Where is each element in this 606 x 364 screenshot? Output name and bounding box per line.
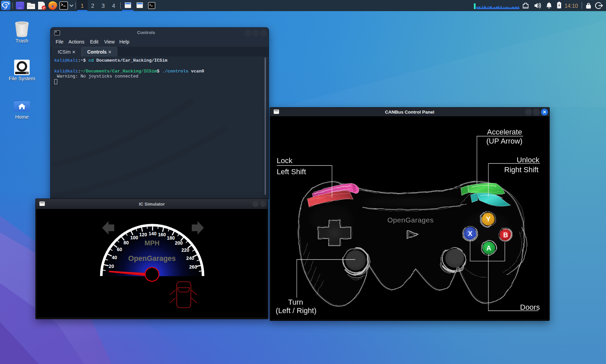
svg-text:Accelerate: Accelerate (487, 128, 522, 136)
svg-text:200: 200 (175, 240, 183, 246)
svg-text:OpenGarages: OpenGarages (387, 216, 433, 224)
svg-text:40: 40 (112, 255, 117, 260)
svg-text:Y: Y (486, 215, 491, 223)
svg-text:220: 220 (181, 247, 189, 253)
svg-text:OpenGarages: OpenGarages (128, 254, 176, 263)
svg-text:A: A (486, 244, 491, 252)
svg-text:X: X (468, 230, 473, 237)
svg-text:60: 60 (117, 247, 122, 252)
svg-text:20: 20 (109, 264, 114, 269)
svg-text:140: 140 (149, 231, 157, 236)
svg-text:14:10: 14:10 (565, 3, 578, 9)
svg-text:100: 100 (130, 235, 138, 240)
svg-text:Doors: Doors (520, 303, 540, 311)
svg-text:Lock: Lock (277, 156, 293, 165)
svg-text:260: 260 (189, 264, 197, 270)
svg-text:1: 1 (81, 3, 84, 9)
svg-text:Left Shift: Left Shift (277, 168, 306, 176)
svg-text:(UP Arrow): (UP Arrow) (486, 137, 522, 145)
svg-text:MPH: MPH (145, 239, 159, 247)
svg-text:B: B (503, 231, 508, 239)
svg-text:80: 80 (124, 240, 129, 245)
svg-text:160: 160 (158, 232, 166, 237)
svg-text:120: 120 (139, 232, 147, 237)
svg-text:240: 240 (186, 255, 194, 261)
svg-text:(Left / Right): (Left / Right) (276, 306, 316, 315)
svg-text:Right Shift: Right Shift (504, 165, 539, 174)
svg-text:2: 2 (91, 3, 94, 9)
svg-text:3: 3 (101, 3, 104, 9)
svg-text:180: 180 (167, 235, 175, 241)
svg-text:4: 4 (112, 3, 115, 9)
svg-text:Unlock: Unlock (517, 156, 540, 164)
svg-text:Turn: Turn (288, 298, 303, 306)
